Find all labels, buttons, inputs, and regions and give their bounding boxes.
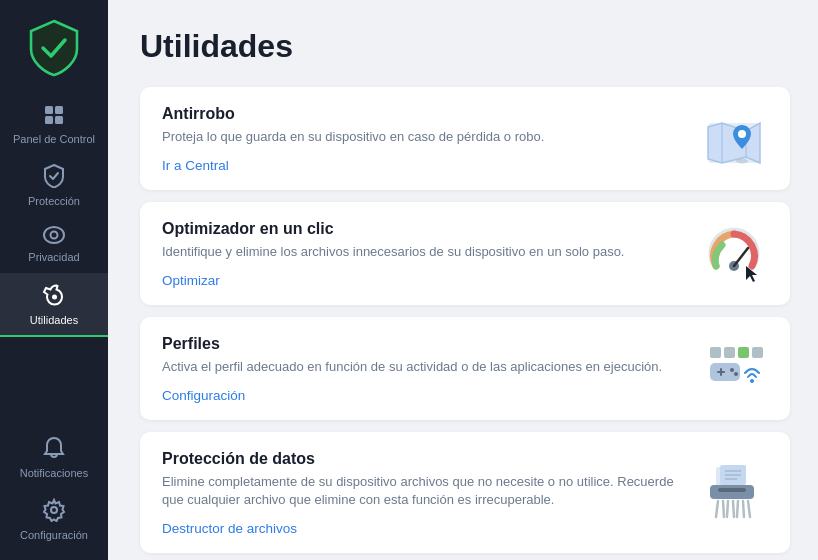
panel-icon [43, 104, 65, 129]
svg-rect-19 [752, 347, 763, 358]
svg-rect-3 [55, 116, 63, 124]
svg-point-6 [52, 294, 57, 299]
main-content: Utilidades Antirrobo Proteja lo que guar… [108, 0, 818, 560]
app-logo [24, 18, 84, 78]
card-proteccion-datos: Protección de datos Elimine completament… [140, 432, 790, 554]
svg-rect-2 [45, 116, 53, 124]
svg-line-39 [748, 501, 750, 517]
svg-point-5 [51, 232, 58, 239]
card-perfiles-desc: Activa el perfil adecuado en función de … [162, 358, 682, 377]
svg-line-38 [743, 501, 744, 517]
svg-rect-32 [718, 488, 746, 492]
svg-point-7 [51, 507, 57, 513]
card-antirrobo: Antirrobo Proteja lo que guarda en su di… [140, 87, 790, 190]
svg-line-36 [733, 501, 734, 517]
proteccion-icon [43, 164, 65, 191]
card-optimizador: Optimizador en un clic Identifique y eli… [140, 202, 790, 305]
optimizador-icon [698, 220, 770, 288]
sidebar: Panel de Control Protección Privacidad [0, 0, 108, 560]
card-proteccion-datos-title: Protección de datos [162, 450, 682, 468]
sidebar-item-configuracion[interactable]: Configuración [0, 488, 108, 550]
card-antirrobo-desc: Proteja lo que guarda en su dispositivo … [162, 128, 682, 147]
card-antirrobo-content: Antirrobo Proteja lo que guarda en su di… [162, 105, 698, 174]
perfiles-icon [698, 335, 770, 403]
svg-line-35 [727, 501, 728, 517]
privacidad-icon [42, 226, 66, 247]
proteccion-datos-link[interactable]: Destructor de archivos [162, 521, 297, 536]
notificaciones-icon [43, 436, 65, 463]
sidebar-bottom: Notificaciones Configuración [0, 426, 108, 550]
sidebar-item-proteccion-label: Protección [28, 195, 80, 208]
sidebar-item-utilidades[interactable]: Utilidades [0, 273, 108, 337]
svg-rect-16 [710, 347, 721, 358]
svg-point-23 [730, 368, 734, 372]
card-optimizador-content: Optimizador en un clic Identifique y eli… [162, 220, 698, 289]
card-proteccion-datos-content: Protección de datos Elimine completament… [162, 450, 698, 538]
sidebar-item-privacidad[interactable]: Privacidad [0, 216, 108, 272]
svg-point-12 [738, 130, 746, 138]
sidebar-item-notificaciones-label: Notificaciones [20, 467, 88, 480]
card-perfiles-content: Perfiles Activa el perfil adecuado en fu… [162, 335, 698, 404]
svg-line-37 [737, 501, 738, 517]
perfiles-link[interactable]: Configuración [162, 388, 245, 403]
svg-line-34 [723, 501, 724, 517]
optimizador-link[interactable]: Optimizar [162, 273, 220, 288]
svg-point-25 [750, 379, 754, 383]
card-proteccion-datos-desc: Elimine completamente de su dispositivo … [162, 473, 682, 511]
svg-rect-0 [45, 106, 53, 114]
sidebar-item-utilidades-label: Utilidades [30, 314, 78, 327]
svg-point-11 [736, 159, 748, 164]
antirrobo-icon [698, 105, 770, 173]
svg-line-14 [734, 248, 748, 266]
svg-rect-17 [724, 347, 735, 358]
card-perfiles-title: Perfiles [162, 335, 682, 353]
antirrobo-link[interactable]: Ir a Central [162, 158, 229, 173]
sidebar-item-proteccion[interactable]: Protección [0, 154, 108, 216]
sidebar-nav: Panel de Control Protección Privacidad [0, 94, 108, 426]
card-optimizador-title: Optimizador en un clic [162, 220, 682, 238]
proteccion-datos-icon [698, 459, 770, 527]
card-antirrobo-title: Antirrobo [162, 105, 682, 123]
svg-rect-18 [738, 347, 749, 358]
page-title: Utilidades [140, 28, 790, 65]
configuracion-icon [42, 498, 66, 525]
card-perfiles: Perfiles Activa el perfil adecuado en fu… [140, 317, 790, 420]
sidebar-item-privacidad-label: Privacidad [28, 251, 79, 264]
sidebar-item-panel[interactable]: Panel de Control [0, 94, 108, 154]
utilidades-icon [42, 283, 66, 310]
sidebar-item-panel-label: Panel de Control [13, 133, 95, 146]
card-optimizador-desc: Identifique y elimine los archivos innec… [162, 243, 682, 262]
svg-point-24 [734, 372, 738, 376]
sidebar-item-notificaciones[interactable]: Notificaciones [0, 426, 108, 488]
svg-point-4 [44, 227, 64, 243]
svg-line-33 [716, 501, 718, 517]
sidebar-item-configuracion-label: Configuración [20, 529, 88, 542]
svg-rect-1 [55, 106, 63, 114]
